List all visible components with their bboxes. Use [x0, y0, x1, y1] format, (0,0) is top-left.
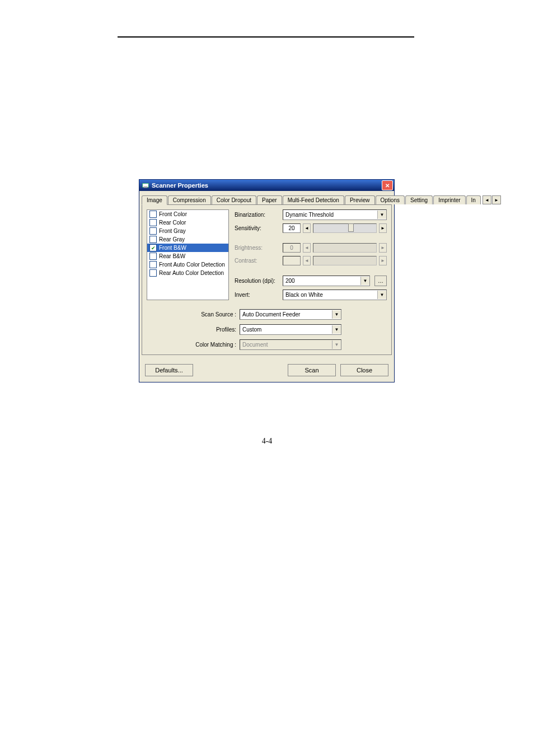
scan-source-value: Auto Document Feeder: [240, 311, 332, 318]
label-scan-source: Scan Source :: [147, 311, 236, 318]
tab-color-dropout[interactable]: Color Dropout: [212, 195, 256, 204]
row-color-matching: Color Matching : Document ▼: [147, 339, 387, 350]
list-item-rear-auto-color[interactable]: Rear Auto Color Detection: [147, 269, 228, 277]
label-color-matching: Color Matching :: [147, 342, 236, 348]
slider-right-icon: ►: [379, 256, 387, 265]
label-resolution: Resolution (dpi):: [235, 278, 278, 284]
chevron-down-icon[interactable]: ▼: [332, 310, 341, 319]
tab-options[interactable]: Options: [376, 195, 405, 204]
tab-strip: Image Compression Color Dropout Paper Mu…: [139, 191, 394, 204]
slider-right-icon[interactable]: ►: [379, 223, 387, 233]
list-item-label: Front B&W: [159, 245, 186, 251]
dialog-button-bar: Defaults... Scan Close: [139, 358, 394, 382]
label-sensitivity: Sensitivity:: [235, 225, 278, 231]
chevron-down-icon[interactable]: ▼: [377, 291, 386, 299]
defaults-button[interactable]: Defaults...: [145, 364, 193, 376]
slider-left-icon[interactable]: ◄: [303, 223, 311, 233]
list-item-label: Rear Gray: [159, 236, 185, 242]
image-settings: Binarization: Dynamic Threshold ▼ Sensit…: [235, 209, 387, 300]
list-item-front-bw[interactable]: ✔ Front B&W: [147, 244, 228, 252]
chevron-down-icon[interactable]: ▼: [377, 211, 386, 219]
lower-settings: Scan Source : Auto Document Feeder ▼ Pro…: [147, 309, 387, 350]
resolution-more-button[interactable]: …: [374, 276, 387, 286]
page-number: 4-4: [0, 437, 534, 446]
invert-combo[interactable]: Black on White ▼: [283, 290, 387, 300]
scan-button[interactable]: Scan: [288, 364, 336, 376]
checkbox-icon[interactable]: [149, 227, 157, 235]
label-brightness: Brightness:: [235, 245, 278, 251]
row-contrast: Contrast: ◄ ►: [235, 256, 387, 265]
invert-value: Black on White: [283, 292, 377, 298]
scanner-properties-dialog: Scanner Properties ✕ Image Compression C…: [139, 179, 395, 382]
label-profiles: Profiles:: [147, 326, 236, 333]
checkbox-icon[interactable]: [149, 236, 157, 243]
checkbox-icon[interactable]: ✔: [149, 244, 157, 251]
list-item-label: Rear Auto Color Detection: [159, 270, 224, 276]
tab-paper[interactable]: Paper: [257, 195, 282, 204]
checkbox-icon[interactable]: [149, 261, 157, 268]
brightness-value: 0: [283, 243, 301, 253]
list-item-label: Front Auto Color Detection: [159, 262, 225, 268]
chevron-down-icon[interactable]: ▼: [332, 325, 341, 334]
profiles-value: Custom: [240, 326, 332, 333]
list-item-rear-gray[interactable]: Rear Gray: [147, 235, 228, 244]
chevron-down-icon[interactable]: ▼: [360, 277, 369, 285]
tab-more[interactable]: In: [466, 195, 481, 204]
window-title: Scanner Properties: [152, 182, 208, 189]
tab-scroll-left[interactable]: ◄: [483, 195, 491, 204]
tab-compression[interactable]: Compression: [168, 195, 211, 204]
sensitivity-value: 20: [283, 223, 301, 233]
app-icon: [142, 181, 149, 189]
close-icon[interactable]: ✕: [382, 180, 393, 190]
row-sensitivity: Sensitivity: 20 ◄ ►: [235, 223, 387, 233]
titlebar[interactable]: Scanner Properties ✕: [139, 180, 394, 191]
close-button[interactable]: Close: [340, 364, 388, 376]
slider-left-icon: ◄: [303, 256, 311, 265]
label-contrast: Contrast:: [235, 258, 278, 264]
row-scan-source: Scan Source : Auto Document Feeder ▼: [147, 309, 387, 320]
tab-multi-feed-detection[interactable]: Multi-Feed Detection: [283, 195, 344, 204]
binarization-value: Dynamic Threshold: [283, 212, 377, 218]
slider-right-icon: ►: [379, 243, 387, 253]
list-item-front-auto-color[interactable]: Front Auto Color Detection: [147, 260, 228, 269]
resolution-value: 200: [283, 278, 360, 284]
contrast-value: [283, 256, 301, 265]
contrast-slider: [313, 256, 377, 265]
tab-image[interactable]: Image: [142, 195, 167, 205]
tab-scroll-right[interactable]: ►: [492, 195, 501, 204]
header-rule: [118, 36, 414, 38]
label-invert: Invert:: [235, 292, 278, 298]
tab-scroll: ◄ ►: [483, 195, 501, 204]
list-item-label: Rear Color: [159, 220, 186, 226]
row-resolution: Resolution (dpi): 200 ▼ …: [235, 276, 387, 286]
chevron-down-icon[interactable]: ▼: [332, 340, 341, 349]
slider-left-icon: ◄: [303, 243, 311, 253]
color-matching-value: Document: [240, 342, 332, 348]
list-item-label: Front Color: [159, 211, 187, 217]
slider-thumb[interactable]: [348, 223, 354, 232]
checkbox-icon[interactable]: [149, 211, 157, 218]
row-profiles: Profiles: Custom ▼: [147, 324, 387, 335]
list-item-rear-color[interactable]: Rear Color: [147, 218, 228, 227]
tab-preview[interactable]: Preview: [345, 195, 375, 204]
image-selection-list[interactable]: Front Color Rear Color Front Gray Rear G…: [147, 209, 229, 300]
checkbox-icon[interactable]: [149, 269, 157, 277]
row-binarization: Binarization: Dynamic Threshold ▼: [235, 209, 387, 220]
scan-source-combo[interactable]: Auto Document Feeder ▼: [240, 309, 341, 320]
tab-setting[interactable]: Setting: [405, 195, 433, 204]
checkbox-icon[interactable]: [149, 253, 157, 260]
tab-page-image: Front Color Rear Color Front Gray Rear G…: [142, 204, 392, 355]
label-binarization: Binarization:: [235, 212, 278, 218]
color-matching-combo[interactable]: Document ▼: [240, 339, 341, 350]
profiles-combo[interactable]: Custom ▼: [240, 324, 341, 335]
list-item-front-color[interactable]: Front Color: [147, 210, 228, 218]
list-item-label: Rear B&W: [159, 253, 185, 259]
list-item-front-gray[interactable]: Front Gray: [147, 227, 228, 235]
checkbox-icon[interactable]: [149, 219, 157, 226]
binarization-combo[interactable]: Dynamic Threshold ▼: [283, 209, 387, 220]
sensitivity-slider[interactable]: [313, 223, 377, 233]
row-invert: Invert: Black on White ▼: [235, 290, 387, 300]
resolution-combo[interactable]: 200 ▼: [283, 276, 370, 286]
tab-imprinter[interactable]: Imprinter: [433, 195, 465, 204]
list-item-rear-bw[interactable]: Rear B&W: [147, 252, 228, 260]
